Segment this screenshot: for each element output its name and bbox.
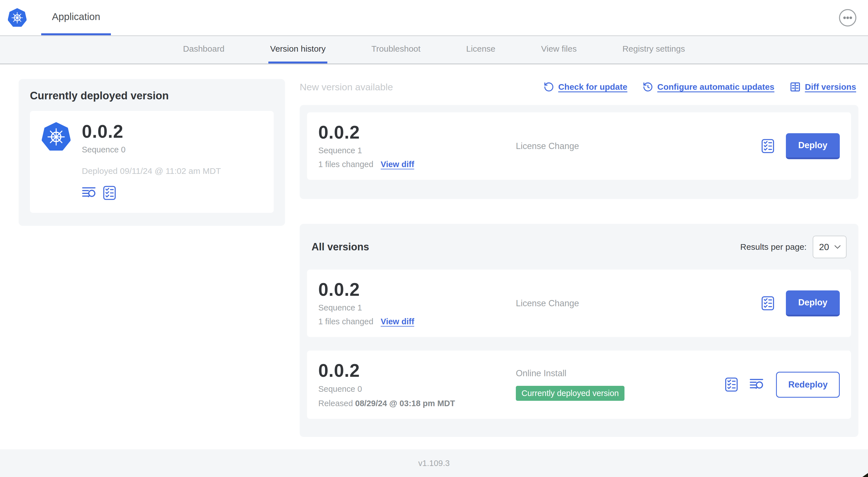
- currently-deployed-title: Currently deployed version: [30, 90, 274, 102]
- diff-versions-link[interactable]: Diff versions: [789, 81, 856, 93]
- app-subnav: Dashboard Version history Troubleshoot L…: [0, 36, 868, 64]
- tab-version-history[interactable]: Version history: [268, 36, 327, 63]
- ellipsis-icon: [839, 9, 857, 27]
- tab-troubleshoot[interactable]: Troubleshoot: [370, 36, 422, 63]
- checklist-icon: [761, 139, 775, 153]
- overflow-menu-button[interactable]: [839, 9, 857, 27]
- view-logs-button[interactable]: [749, 378, 765, 391]
- new-version-card: 0.0.2 Sequence 1 1 files changed View di…: [307, 112, 851, 180]
- view-diff-link[interactable]: View diff: [381, 160, 414, 169]
- version-row: 0.0.2 Sequence 0 Released 08/29/24 @ 03:…: [307, 351, 851, 419]
- tab-registry-settings[interactable]: Registry settings: [621, 36, 687, 63]
- preflight-checks-button[interactable]: [103, 185, 116, 200]
- app-header: Application: [0, 0, 868, 36]
- version-sequence: Sequence 1: [318, 303, 516, 312]
- deployed-sequence: Sequence 0: [82, 145, 221, 154]
- console-version: v1.109.3: [418, 459, 450, 468]
- currently-deployed-badge: Currently deployed version: [516, 386, 624, 401]
- deployed-timestamp: Deployed 09/11/24 @ 11:02 am MDT: [82, 166, 221, 176]
- chevron-down-icon: [834, 245, 841, 249]
- app-logo-button[interactable]: [8, 8, 27, 27]
- logs-icon: [82, 186, 97, 199]
- version-number: 0.0.2: [318, 123, 516, 142]
- version-source: Online Install: [516, 368, 725, 379]
- cursor-artifact: [862, 473, 868, 477]
- new-version-title: New version available: [300, 82, 393, 93]
- released-timestamp: Released 08/29/24 @ 03:18 pm MDT: [318, 399, 516, 408]
- version-source: License Change: [516, 141, 761, 151]
- new-version-header: New version available Check for update: [300, 79, 859, 95]
- version-row: 0.0.2 Sequence 1 1 files changed View di…: [307, 270, 851, 337]
- deploy-button[interactable]: Deploy: [786, 291, 840, 317]
- configure-automatic-updates-link[interactable]: Configure automatic updates: [643, 82, 774, 92]
- version-number: 0.0.2: [318, 361, 516, 380]
- clock-refresh-icon: [643, 82, 653, 92]
- diff-icon: [789, 81, 801, 93]
- kubernetes-logo-icon: [8, 8, 27, 27]
- new-version-panel: 0.0.2 Sequence 1 1 files changed View di…: [300, 105, 859, 199]
- currently-deployed-panel: Currently deployed version 0.0.2: [19, 79, 285, 226]
- all-versions-panel: All versions Results per page: 20: [300, 224, 859, 437]
- deploy-button[interactable]: Deploy: [786, 133, 840, 159]
- deployed-version-number: 0.0.2: [82, 122, 221, 141]
- all-versions-title: All versions: [312, 241, 369, 253]
- preflight-checks-button[interactable]: [761, 296, 775, 311]
- app-footer: v1.109.3: [0, 449, 868, 477]
- refresh-icon: [544, 82, 554, 92]
- checklist-icon: [725, 377, 738, 392]
- tab-dashboard[interactable]: Dashboard: [181, 36, 226, 63]
- currently-deployed-card: 0.0.2 Sequence 0 Deployed 09/11/24 @ 11:…: [30, 111, 274, 213]
- version-number: 0.0.2: [318, 280, 516, 299]
- version-history-page: Currently deployed version 0.0.2: [0, 64, 868, 449]
- kubernetes-logo-icon: [42, 122, 70, 152]
- tab-license[interactable]: License: [464, 36, 497, 63]
- checklist-icon: [761, 296, 775, 311]
- view-diff-link[interactable]: View diff: [381, 317, 414, 326]
- app-tab-application[interactable]: Application: [41, 0, 111, 35]
- version-sequence: Sequence 0: [318, 384, 516, 394]
- preflight-checks-button[interactable]: [761, 139, 775, 153]
- version-sequence: Sequence 1: [318, 146, 516, 155]
- files-changed: 1 files changed: [318, 160, 373, 169]
- logs-icon: [749, 378, 765, 391]
- check-for-update-link[interactable]: Check for update: [544, 82, 627, 92]
- tab-view-files[interactable]: View files: [539, 36, 579, 63]
- version-source: License Change: [516, 298, 761, 308]
- view-logs-button[interactable]: [82, 186, 97, 199]
- results-per-page-label: Results per page:: [740, 242, 806, 252]
- app-title: Application: [52, 11, 100, 22]
- checklist-icon: [103, 185, 116, 200]
- redeploy-button[interactable]: Redeploy: [776, 372, 840, 398]
- files-changed: 1 files changed: [318, 317, 373, 326]
- versions-column: New version available Check for update: [300, 79, 859, 437]
- preflight-checks-button[interactable]: [725, 377, 738, 392]
- results-per-page-select[interactable]: 20: [813, 236, 846, 258]
